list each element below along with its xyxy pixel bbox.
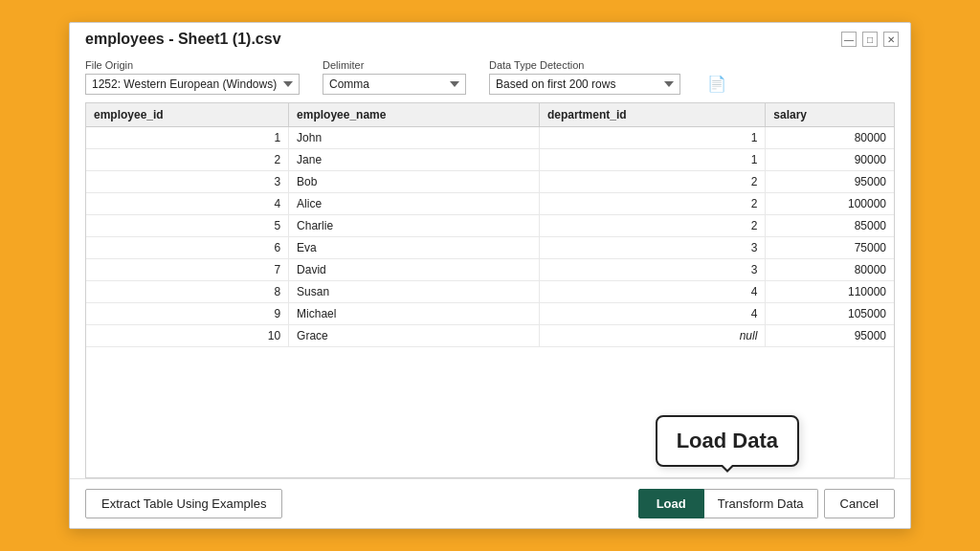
file-origin-group: File Origin 1252: Western European (Wind… [85,59,300,95]
table-row: 5 Charlie 2 85000 [86,215,894,237]
cell-employee-name: Michael [289,303,540,325]
cell-employee-name: Eva [289,237,540,259]
load-data-tooltip: Load Data [656,415,799,467]
cell-department-id: 3 [539,259,765,281]
load-button[interactable]: Load [638,489,704,518]
cell-employee-name: David [289,259,540,281]
table-row: 4 Alice 2 100000 [86,193,894,215]
cell-employee-id: 3 [86,171,289,193]
file-origin-select[interactable]: 1252: Western European (Windows) [85,74,300,95]
table-row: 3 Bob 2 95000 [86,171,894,193]
cell-salary: 95000 [766,325,894,347]
col-header-department-id: department_id [539,103,765,127]
cell-employee-id: 8 [86,281,289,303]
cell-department-id: 4 [539,281,765,303]
table-row: 1 John 1 80000 [86,127,894,149]
cell-salary: 85000 [766,215,894,237]
cell-employee-id: 4 [86,193,289,215]
cell-employee-id: 9 [86,303,289,325]
title-bar: employees - Sheet1 (1).csv — □ ✕ [70,23,910,52]
cell-salary: 95000 [766,171,894,193]
col-header-employee-id: employee_id [86,103,289,127]
cell-department-id: null [539,325,765,347]
table-row: 10 Grace null 95000 [86,325,894,347]
cell-employee-name: Jane [289,149,540,171]
close-button[interactable]: ✕ [883,32,899,47]
cell-employee-name: Bob [289,171,540,193]
cell-salary: 105000 [766,303,894,325]
transform-data-button[interactable]: Transform Data [704,489,818,518]
cell-salary: 80000 [766,127,894,149]
table-row: 9 Michael 4 105000 [86,303,894,325]
cell-salary: 80000 [766,259,894,281]
cell-employee-id: 5 [86,215,289,237]
table-row: 6 Eva 3 75000 [86,237,894,259]
file-origin-label: File Origin [85,59,300,71]
data-type-select[interactable]: Based on first 200 rows [489,74,680,95]
cell-employee-id: 1 [86,127,289,149]
data-table: employee_id employee_name department_id … [86,103,894,347]
table-row: 7 David 3 80000 [86,259,894,281]
controls-row: File Origin 1252: Western European (Wind… [70,52,910,102]
window-title: employees - Sheet1 (1).csv [85,31,281,48]
tooltip-text: Load Data [677,429,778,452]
cell-department-id: 1 [539,149,765,171]
cell-department-id: 2 [539,193,765,215]
cell-employee-name: Alice [289,193,540,215]
cell-department-id: 3 [539,237,765,259]
cell-employee-name: Charlie [289,215,540,237]
table-row: 8 Susan 4 110000 [86,281,894,303]
maximize-button[interactable]: □ [862,32,878,47]
table-row: 2 Jane 1 90000 [86,149,894,171]
cell-department-id: 4 [539,303,765,325]
footer: Extract Table Using Examples Load Data L… [70,478,910,528]
col-header-salary: salary [766,103,894,127]
cell-salary: 100000 [766,193,894,215]
cell-salary: 110000 [766,281,894,303]
cell-employee-id: 10 [86,325,289,347]
table-header-row: employee_id employee_name department_id … [86,103,894,127]
cell-salary: 75000 [766,237,894,259]
delimiter-label: Delimiter [323,59,466,71]
delimiter-select[interactable]: Comma [323,74,466,95]
data-type-group: Data Type Detection Based on first 200 r… [489,59,680,95]
cell-employee-name: John [289,127,540,149]
cell-salary: 90000 [766,149,894,171]
cell-employee-id: 7 [86,259,289,281]
cell-department-id: 2 [539,171,765,193]
footer-left: Extract Table Using Examples [85,489,282,518]
settings-icon-button[interactable]: 📄 [703,73,730,95]
footer-right: Load Data Load Transform Data Cancel [638,489,895,518]
dialog-window: employees - Sheet1 (1).csv — □ ✕ File Or… [69,22,911,529]
col-header-employee-name: employee_name [289,103,540,127]
cell-employee-id: 2 [86,149,289,171]
cell-department-id: 1 [539,127,765,149]
cancel-button[interactable]: Cancel [824,489,895,518]
data-type-label: Data Type Detection [489,59,680,71]
cell-employee-name: Susan [289,281,540,303]
cell-employee-name: Grace [289,325,540,347]
extract-table-button[interactable]: Extract Table Using Examples [85,489,282,518]
delimiter-group: Delimiter Comma [323,59,466,95]
cell-employee-id: 6 [86,237,289,259]
minimize-button[interactable]: — [841,32,857,47]
load-button-group: Load Transform Data [638,489,818,518]
window-controls: — □ ✕ [841,32,899,47]
cell-department-id: 2 [539,215,765,237]
